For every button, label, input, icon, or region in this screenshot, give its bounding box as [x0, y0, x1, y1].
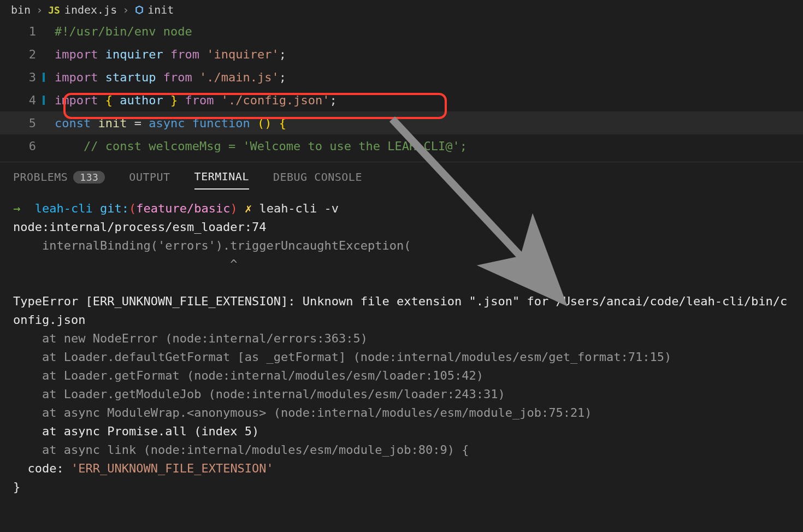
code-line[interactable]: 5const init = async function () {: [0, 111, 803, 134]
tab-terminal-label: TERMINAL: [194, 170, 249, 183]
panel-tabs: PROBLEMS 133 OUTPUT TERMINAL DEBUG CONSO…: [0, 162, 803, 192]
code-content[interactable]: import { author } from './config.json';: [55, 93, 803, 107]
code-line[interactable]: 3import startup from './main.js';: [0, 66, 803, 88]
tab-output[interactable]: OUTPUT: [129, 165, 170, 189]
breadcrumb[interactable]: bin › JS index.js › init: [0, 0, 803, 20]
breadcrumb-symbol[interactable]: init: [147, 3, 174, 16]
code-line[interactable]: 2import inquirer from 'inquirer';: [0, 43, 803, 66]
line-number: 1: [0, 25, 55, 38]
problems-count-badge: 133: [73, 171, 105, 184]
code-content[interactable]: import inquirer from 'inquirer';: [55, 48, 803, 61]
code-content[interactable]: import startup from './main.js';: [55, 70, 803, 84]
tab-problems[interactable]: PROBLEMS 133: [13, 165, 105, 189]
code-line[interactable]: 6 // const welcomeMsg = 'Welcome to use …: [0, 134, 803, 157]
code-editor[interactable]: 1#!/usr/bin/env node2import inquirer fro…: [0, 20, 803, 162]
code-content[interactable]: // const welcomeMsg = 'Welcome to use th…: [55, 139, 803, 153]
line-number: 6: [0, 139, 55, 153]
breadcrumb-file[interactable]: index.js: [64, 3, 117, 16]
line-number: 5: [0, 116, 55, 130]
tab-debug-console[interactable]: DEBUG CONSOLE: [273, 165, 362, 189]
breadcrumb-folder[interactable]: bin: [11, 3, 31, 16]
code-line[interactable]: 1#!/usr/bin/env node: [0, 20, 803, 43]
js-file-icon: JS: [48, 4, 60, 16]
line-number: 4: [0, 93, 55, 107]
tab-debug-label: DEBUG CONSOLE: [273, 170, 362, 184]
line-number: 3: [0, 70, 55, 84]
code-line[interactable]: 4import { author } from './config.json';: [0, 88, 803, 111]
bottom-panel: PROBLEMS 133 OUTPUT TERMINAL DEBUG CONSO…: [0, 162, 803, 532]
terminal-output[interactable]: → leah-cli git:(feature/basic) ✗ leah-cl…: [0, 192, 803, 532]
symbol-method-icon: [134, 4, 144, 16]
tab-output-label: OUTPUT: [129, 170, 170, 184]
line-number: 2: [0, 48, 55, 61]
chevron-right-icon: ›: [36, 3, 43, 16]
tab-terminal[interactable]: TERMINAL: [194, 164, 249, 190]
chevron-right-icon: ›: [122, 3, 129, 16]
code-content[interactable]: const init = async function () {: [55, 116, 803, 130]
tab-problems-label: PROBLEMS: [13, 170, 68, 184]
code-content[interactable]: #!/usr/bin/env node: [55, 25, 803, 38]
